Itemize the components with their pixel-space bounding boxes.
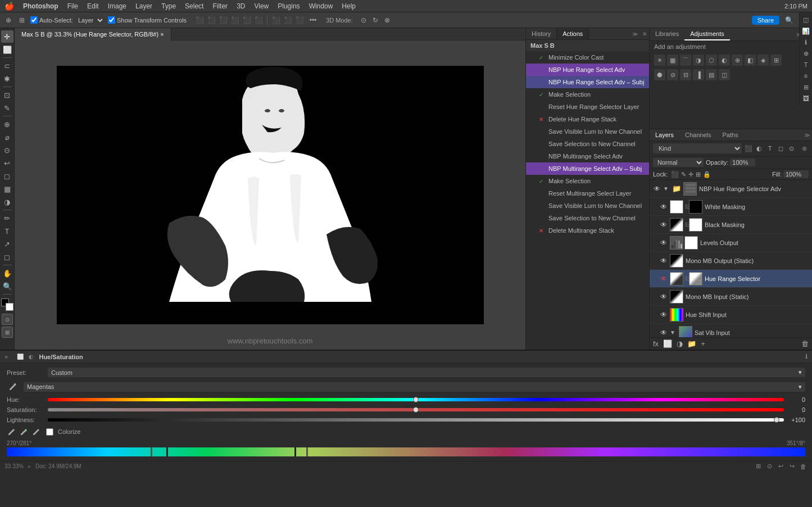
sidebar-icon-2[interactable]: 📊 [801,28,811,36]
align-left-icon[interactable]: ⬛ [194,15,205,25]
adj-colorlookup-icon[interactable]: ⬢ [654,69,665,80]
artboard-icon[interactable]: ⊞ [17,15,27,25]
history-brush-tool[interactable]: ↩ [1,157,13,169]
history-item-13[interactable]: Save Visible Lum to New Channel [526,200,649,212]
dodge-tool[interactable]: ◑ [1,196,13,208]
history-item-12[interactable]: Reset Multirange Select Layer [526,187,649,200]
align-right-icon[interactable]: ⬛ [218,15,228,25]
autoselect-select[interactable]: Layer Group [76,16,105,24]
range-marker-1[interactable] [151,447,152,456]
create-layer-icon[interactable]: + [701,339,705,348]
clone-tool[interactable]: ⊙ [1,144,13,156]
history-item-10[interactable]: NBP Multirange Select Adv – Subj [526,162,649,175]
filter-type-icon[interactable]: T [765,144,774,153]
panel-close-icon[interactable]: ✕ [642,31,647,37]
group-expand-arrow[interactable]: ▼ [663,185,670,192]
move-tool-icon[interactable]: ⊕ [3,15,13,25]
visibility-sat-vib[interactable]: 👁 [660,329,668,337]
visibility-black-masking[interactable]: 👁 [660,221,668,229]
sat-slider-container[interactable] [48,406,784,413]
history-section-header[interactable]: Max S B [526,40,649,51]
history-item-6[interactable]: ✕ Delete Hue Range Stack [526,113,649,125]
tab-layers[interactable]: Layers [650,129,679,141]
light-slider-container[interactable] [48,417,784,423]
type-tool[interactable]: T [1,225,13,237]
adj-levels-icon[interactable]: ▦ [667,55,678,66]
history-item-3[interactable]: NBP Hue Range Select Adv – Subj [526,76,649,88]
add-layer-style-icon[interactable]: fx [653,339,659,348]
sat-thumb[interactable] [413,407,419,413]
create-group-icon[interactable]: 📁 [687,339,696,348]
range-marker-3[interactable] [294,447,296,456]
menu-file[interactable]: File [67,2,78,10]
apple-menu[interactable]: 🍎 [4,2,14,11]
layer-hue-shift-input[interactable]: 👁 Hue Shift Input [650,306,812,324]
magic-wand-tool[interactable]: ✱ [1,73,13,85]
filter-shape-icon[interactable]: ◻ [776,144,785,153]
light-thumb[interactable] [774,417,779,423]
adj-threshold-icon[interactable]: ▐ [693,69,704,80]
prop-icon-mask[interactable]: ⬜ [16,352,25,361]
history-item-14[interactable]: Save Selection to New Channel [526,212,649,224]
layer-white-masking[interactable]: 👁 ⛓ White Masking [650,198,812,216]
properties-close-icon[interactable]: × [4,354,8,360]
menu-layer[interactable]: Layer [135,2,152,10]
marquee-tool[interactable]: ⬜ [1,43,13,56]
range-marker-2[interactable] [166,447,168,456]
prop-icon-huesat[interactable]: ◐ [26,352,35,361]
filter-pixel-icon[interactable]: ⬛ [744,144,753,153]
background-color[interactable] [6,303,13,311]
visibility-hue-shift[interactable]: 👁 [660,311,668,319]
status-icon-4[interactable]: ↪ [787,462,796,471]
history-item-2[interactable]: NBP Hue Range Select Adv [526,64,649,76]
screen-mode-icon[interactable]: ⊞ [2,327,13,338]
layer-group-nbp-hue[interactable]: 👁 ▼ 📁 NBP Hue Range Selector Adv [650,180,812,198]
history-item-7[interactable]: Save Visible Lum to New Channel [526,125,649,138]
filter-smart-icon[interactable]: ⊙ [787,144,796,153]
adj-gradient-icon[interactable]: ▤ [706,69,717,80]
brush-tool[interactable]: ⌀ [1,131,13,143]
adj-invert-icon[interactable]: ⊘ [667,69,678,80]
3d-icon2[interactable]: ↻ [370,15,380,25]
history-item-9[interactable]: NBP Multirange Select Adv [526,150,649,162]
layer-mono-mb-input[interactable]: 👁 Mono MB Input (Static) [650,288,812,306]
eyedropper1-icon[interactable] [7,427,17,437]
align-top-icon[interactable]: ⬛ [230,15,240,25]
sidebar-icon-3[interactable]: ℹ [801,37,811,47]
distribute2-icon[interactable]: ⬛ [283,15,293,25]
status-icon-1[interactable]: ⊞ [754,462,763,471]
sidebar-icon-7[interactable]: ⊞ [801,82,811,92]
menu-select[interactable]: Select [185,2,203,10]
search-icon[interactable]: 🔍 [784,15,794,25]
visibility-mono-mb-output[interactable]: 👁 [660,257,668,265]
distribute-icon[interactable]: ⬛ [271,15,281,25]
path-tool[interactable]: ↗ [1,238,13,250]
filter-adj-icon[interactable]: ◐ [755,144,764,153]
layer-levels-output[interactable]: 👁 Levels Output [650,234,812,252]
history-item-1[interactable]: ✓ Minimize Color Cast [526,51,649,64]
adj-exposure-icon[interactable]: ◑ [693,55,704,66]
tab-channels[interactable]: Channels [679,129,716,141]
filter-toggle-icon[interactable]: ⊗ [800,144,809,153]
eyedropper2-icon[interactable]: + [19,427,29,437]
foreground-background-colors[interactable] [1,298,13,311]
history-item-5[interactable]: Reset Hue Range Selector Layer [526,101,649,113]
delete-layer-icon[interactable]: 🗑 [801,339,809,348]
layer-sat-vib-input[interactable]: 👁 ▼ Sat Vib Input [650,324,812,337]
adj-colorbalance-icon[interactable]: ⊕ [732,55,743,66]
hue-thumb[interactable] [413,397,419,402]
zoom-tool[interactable]: 🔍 [1,280,13,292]
shape-tool[interactable]: ◻ [1,251,13,263]
history-item-4[interactable]: ✓ Make Selection [526,88,649,101]
sidebar-icon-4[interactable]: ⊕ [801,48,811,58]
tab-paths[interactable]: Paths [717,129,744,141]
tab-adjustments[interactable]: Adjustments [684,28,730,40]
eraser-tool[interactable]: ◻ [1,170,13,182]
visibility-hue-range[interactable]: 👁 [660,275,668,283]
adj-posterize-icon[interactable]: ⊟ [680,69,691,80]
adj-brightness-icon[interactable]: ☀ [654,55,665,66]
channel-dropdown[interactable]: Magentas ▾ [24,382,805,392]
hand-tool[interactable]: ✋ [1,267,13,279]
transform-checkbox[interactable] [108,16,115,24]
gradient-tool[interactable]: ▦ [1,183,13,195]
